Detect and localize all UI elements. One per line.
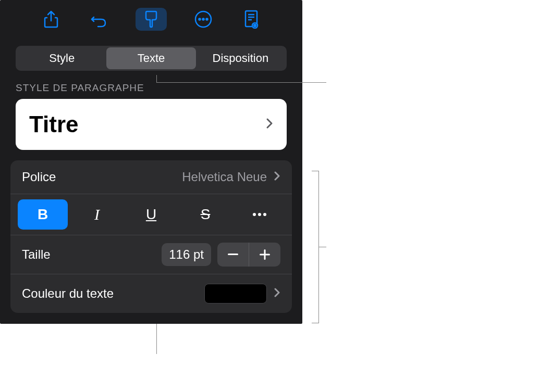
tab-style[interactable]: Style [17, 47, 106, 69]
more-format-button[interactable] [235, 199, 285, 230]
svg-point-10 [258, 213, 261, 216]
size-value[interactable]: 116 pt [162, 243, 211, 266]
italic-label: I [94, 206, 100, 223]
text-color-label: Couleur du texte [22, 286, 114, 301]
font-row[interactable]: Police Helvetica Neue [10, 160, 292, 194]
tab-layout[interactable]: Disposition [196, 47, 285, 69]
svg-rect-12 [228, 254, 238, 255]
document-view-icon[interactable] [240, 8, 263, 31]
callout-line [156, 82, 326, 83]
share-icon[interactable] [40, 8, 63, 31]
chevron-right-icon [266, 118, 273, 131]
chevron-right-icon [274, 171, 280, 183]
italic-button[interactable]: I [72, 199, 122, 230]
callout-line [156, 324, 157, 354]
text-color-row[interactable]: Couleur du texte [10, 274, 292, 313]
size-row: Taille 116 pt [10, 235, 292, 274]
chevron-right-icon [274, 287, 280, 300]
callout-line [156, 75, 157, 82]
paragraph-style-label: Titre [29, 111, 79, 137]
underline-label: U [146, 206, 156, 223]
strikethrough-button[interactable]: S [180, 199, 230, 230]
more-icon[interactable] [192, 8, 215, 31]
strikethrough-label: S [201, 206, 211, 223]
paragraph-style-header: STYLE DE PARAGRAPHE [0, 75, 302, 99]
svg-point-9 [253, 213, 256, 216]
toolbar [0, 0, 302, 39]
bold-label: B [38, 206, 48, 223]
svg-point-8 [254, 24, 256, 27]
svg-point-3 [206, 19, 208, 20]
format-tabs: Style Texte Disposition [16, 46, 287, 71]
format-panel: Style Texte Disposition STYLE DE PARAGRA… [0, 0, 302, 324]
callout-line [319, 247, 326, 247]
svg-rect-14 [264, 249, 266, 260]
undo-icon[interactable] [88, 8, 111, 31]
size-decrease-button[interactable] [217, 243, 249, 267]
callout-bracket [312, 171, 319, 323]
size-label: Taille [22, 247, 51, 262]
paragraph-style-selector[interactable]: Titre [16, 99, 287, 150]
font-label: Police [22, 170, 56, 184]
font-value: Helvetica Neue [182, 170, 267, 184]
size-stepper [217, 243, 280, 267]
bold-button[interactable]: B [18, 199, 68, 230]
underline-button[interactable]: U [126, 199, 176, 230]
color-swatch[interactable] [204, 284, 267, 304]
text-settings-group: Police Helvetica Neue B I U S [10, 160, 292, 313]
size-increase-button[interactable] [249, 243, 280, 267]
svg-point-1 [199, 19, 201, 20]
format-brush-icon[interactable] [136, 8, 167, 31]
svg-point-2 [203, 19, 204, 20]
tab-text[interactable]: Texte [106, 47, 195, 69]
svg-point-11 [263, 213, 266, 216]
format-buttons-row: B I U S [10, 194, 292, 235]
